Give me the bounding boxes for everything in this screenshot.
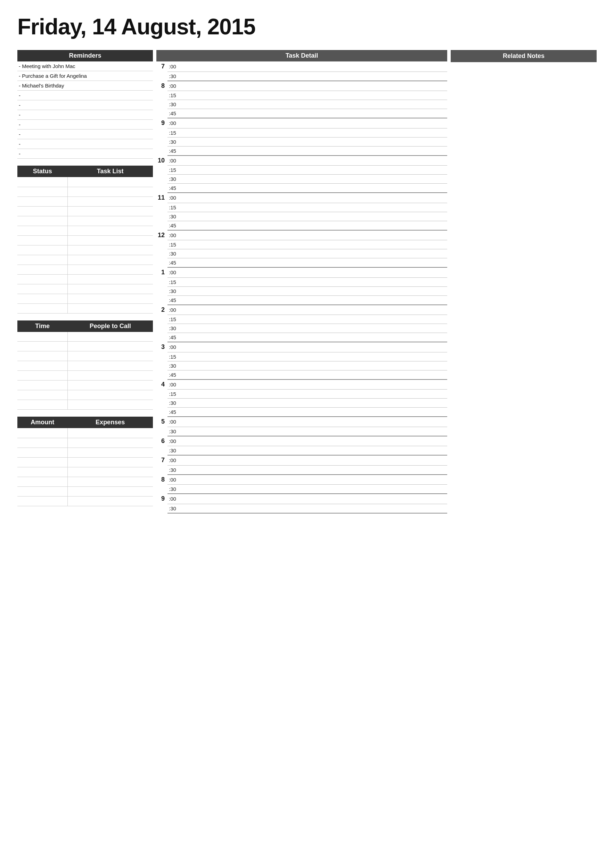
- task-content-cell[interactable]: [177, 212, 447, 221]
- hour-label: 9: [156, 494, 168, 504]
- task-content-cell[interactable]: [177, 109, 447, 118]
- task-content-cell[interactable]: [177, 361, 447, 370]
- task-content-cell[interactable]: [177, 446, 447, 456]
- reminder-item-6: -: [17, 110, 153, 120]
- time-slot-row: :15: [156, 203, 447, 212]
- people-to-call-section: Time People to Call: [17, 321, 153, 410]
- hour-label: [156, 71, 168, 81]
- hour-label: [156, 389, 168, 398]
- hour-label: [156, 427, 168, 436]
- hour-label: 2: [156, 305, 168, 315]
- hour-label: [156, 370, 168, 380]
- status-header: Status: [17, 166, 67, 177]
- task-content-cell[interactable]: [177, 455, 447, 465]
- task-content-cell[interactable]: [177, 62, 447, 71]
- task-content-cell[interactable]: [177, 175, 447, 184]
- task-content-cell[interactable]: [177, 398, 447, 408]
- task-content-cell[interactable]: [177, 389, 447, 398]
- task-content-cell[interactable]: [177, 465, 447, 474]
- time-slot-row: :45: [156, 184, 447, 193]
- time-slot-row: 12:00: [156, 230, 447, 240]
- minute-label: :15: [168, 277, 177, 287]
- task-content-cell[interactable]: [177, 315, 447, 324]
- hour-label: [156, 212, 168, 221]
- task-content-cell[interactable]: [177, 155, 447, 166]
- task-content-cell[interactable]: [177, 296, 447, 305]
- task-content-cell[interactable]: [177, 258, 447, 268]
- task-content-cell[interactable]: [177, 203, 447, 212]
- task-content-cell[interactable]: [177, 277, 447, 287]
- expense-row: [17, 438, 153, 448]
- minute-label: :30: [168, 398, 177, 408]
- time-slot-row: :30: [156, 504, 447, 513]
- call-row: [17, 361, 153, 371]
- minute-label: :15: [168, 91, 177, 100]
- hour-label: [156, 128, 168, 137]
- task-content-cell[interactable]: [177, 118, 447, 128]
- task-content-cell[interactable]: [177, 193, 447, 203]
- minute-label: :00: [168, 62, 177, 71]
- hour-label: 4: [156, 380, 168, 389]
- task-content-cell[interactable]: [177, 324, 447, 333]
- task-content-cell[interactable]: [177, 427, 447, 436]
- task-content-cell[interactable]: [177, 494, 447, 504]
- task-content-cell[interactable]: [177, 249, 447, 258]
- task-content-cell[interactable]: [177, 146, 447, 155]
- middle-column: Task Detail 7:00:308:00:15:30:459:00:15:…: [156, 50, 447, 513]
- minute-label: :00: [168, 417, 177, 427]
- minute-label: :30: [168, 137, 177, 146]
- related-notes-header: Related Notes: [451, 50, 597, 62]
- minute-label: :30: [168, 175, 177, 184]
- hour-label: [156, 465, 168, 474]
- minute-label: :45: [168, 333, 177, 343]
- minute-label: :00: [168, 494, 177, 504]
- time-slot-row: :15: [156, 315, 447, 324]
- hour-label: [156, 100, 168, 109]
- task-content-cell[interactable]: [177, 408, 447, 417]
- task-content-cell[interactable]: [177, 81, 447, 91]
- time-slot-row: :45: [156, 109, 447, 118]
- reminder-item-2: - Purchase a Gift for Angelina: [17, 71, 153, 81]
- task-content-cell[interactable]: [177, 184, 447, 193]
- task-content-cell[interactable]: [177, 166, 447, 175]
- task-content-cell[interactable]: [177, 333, 447, 343]
- call-row: [17, 332, 153, 342]
- time-slot-row: :15: [156, 166, 447, 175]
- task-content-cell[interactable]: [177, 128, 447, 137]
- expenses-header: Expenses: [67, 417, 153, 428]
- hour-label: [156, 361, 168, 370]
- task-content-cell[interactable]: [177, 230, 447, 240]
- task-content-cell[interactable]: [177, 474, 447, 485]
- task-content-cell[interactable]: [177, 287, 447, 296]
- task-content-cell[interactable]: [177, 485, 447, 494]
- task-content-cell[interactable]: [177, 71, 447, 81]
- minute-label: :30: [168, 465, 177, 474]
- time-slot-row: :30: [156, 287, 447, 296]
- task-content-cell[interactable]: [177, 370, 447, 380]
- task-content-cell[interactable]: [177, 504, 447, 513]
- task-content-cell[interactable]: [177, 436, 447, 446]
- task-row: [17, 187, 153, 197]
- task-content-cell[interactable]: [177, 267, 447, 277]
- task-list-header: Task List: [67, 166, 153, 177]
- minute-label: :15: [168, 128, 177, 137]
- time-slot-row: :45: [156, 370, 447, 380]
- task-content-cell[interactable]: [177, 380, 447, 389]
- task-content-cell[interactable]: [177, 342, 447, 352]
- task-content-cell[interactable]: [177, 417, 447, 427]
- time-slot-row: :45: [156, 408, 447, 417]
- minute-label: :00: [168, 230, 177, 240]
- minute-label: :45: [168, 296, 177, 305]
- hour-label: [156, 315, 168, 324]
- expenses-section: Amount Expenses: [17, 417, 153, 506]
- task-content-cell[interactable]: [177, 305, 447, 315]
- task-content-cell[interactable]: [177, 221, 447, 230]
- task-content-cell[interactable]: [177, 352, 447, 361]
- task-content-cell[interactable]: [177, 137, 447, 146]
- hour-label: 6: [156, 436, 168, 446]
- minute-label: :45: [168, 109, 177, 118]
- task-content-cell[interactable]: [177, 240, 447, 249]
- task-content-cell[interactable]: [177, 100, 447, 109]
- minute-label: :30: [168, 212, 177, 221]
- task-content-cell[interactable]: [177, 91, 447, 100]
